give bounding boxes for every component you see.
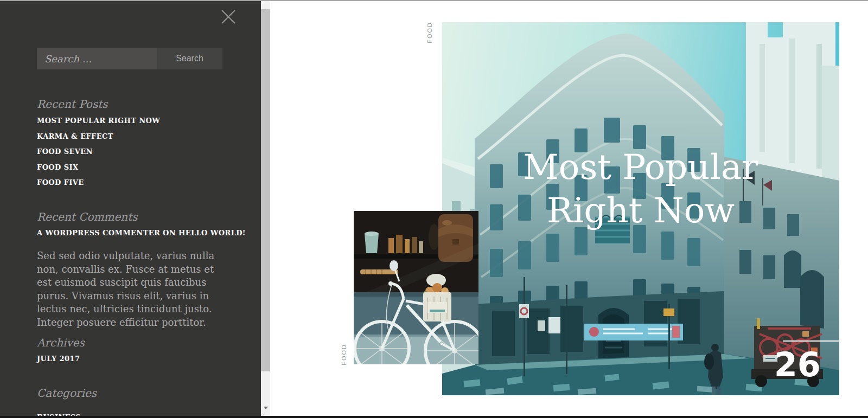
food-category-label-secondary[interactable]: FOOD	[341, 344, 347, 365]
recent-post-link[interactable]: FOOD FIVE	[37, 178, 84, 187]
search-form: Search	[37, 48, 222, 69]
widget-sidebar: Search Recent Posts MOST POPULAR RIGHT N…	[0, 0, 261, 418]
search-input[interactable]	[37, 48, 157, 69]
archive-link[interactable]: JULY 2017	[37, 355, 80, 363]
scroll-up-button[interactable]	[261, 0, 270, 9]
categories-title: Categories	[37, 387, 97, 400]
recent-posts-title: Recent Posts	[37, 98, 107, 111]
scrollbar-thumb[interactable]	[261, 9, 270, 371]
window-top-border	[0, 0, 868, 1]
browser-viewport: Search Recent Posts MOST POPULAR RIGHT N…	[0, 0, 868, 418]
food-category-label[interactable]: FOOD	[426, 22, 433, 43]
bicycle-image[interactable]	[354, 211, 478, 364]
search-button[interactable]: Search	[157, 48, 222, 69]
recent-post-link[interactable]: KARMA & EFFECT	[37, 132, 113, 140]
date-rule	[783, 340, 839, 342]
comment-excerpt: Sed sed odio vulputate, varius nulla non…	[37, 249, 228, 329]
archives-title: Archives	[37, 336, 85, 349]
post-title[interactable]: Most Popular Right Now	[496, 145, 785, 232]
recent-post-link[interactable]: MOST POPULAR RIGHT NOW	[37, 117, 160, 125]
post-date-day: 26	[757, 348, 821, 382]
recent-comments-title: Recent Comments	[37, 210, 138, 223]
recent-comment-link[interactable]: A WORDPRESS COMMENTER ON HELLO WORLD!	[37, 229, 246, 237]
bicycle-photo-illustration	[354, 211, 478, 364]
recent-post-link[interactable]: FOOD SEVEN	[37, 147, 93, 156]
recent-post-link[interactable]: FOOD SIX	[37, 163, 78, 171]
close-icon	[219, 8, 238, 26]
close-button[interactable]	[218, 7, 239, 28]
sidebar-scrollbar[interactable]	[261, 0, 270, 418]
window-bottom-border	[0, 416, 868, 418]
